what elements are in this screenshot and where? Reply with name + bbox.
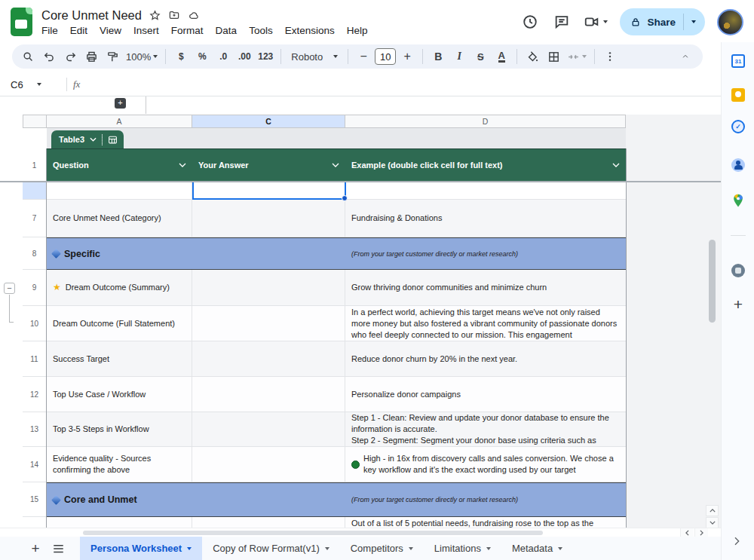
vertical-scrollbar[interactable]: [709, 240, 716, 323]
paint-format-icon[interactable]: [103, 47, 122, 66]
header-cell-example[interactable]: Example (double click cell for full text…: [345, 149, 626, 181]
fill-color-icon[interactable]: [523, 47, 542, 66]
tab-menu-icon[interactable]: [325, 547, 329, 550]
menu-tools[interactable]: Tools: [249, 25, 273, 36]
row-header-15[interactable]: 15: [23, 482, 47, 517]
star-icon[interactable]: [149, 10, 161, 21]
row-header-16[interactable]: [23, 517, 47, 528]
formula-input[interactable]: [80, 73, 721, 96]
menu-view[interactable]: View: [100, 25, 121, 36]
add-column-button[interactable]: +: [115, 98, 126, 109]
tasks-icon[interactable]: ✓: [731, 119, 746, 134]
comments-icon[interactable]: [552, 12, 572, 32]
row-header-1[interactable]: 1: [23, 148, 47, 182]
tab-metadata[interactable]: Metadata: [501, 537, 573, 560]
header-cell-your-answer[interactable]: Your Answer: [192, 149, 345, 181]
menu-data[interactable]: Data: [216, 25, 238, 36]
get-addons-button[interactable]: +: [729, 295, 747, 314]
row-header-14[interactable]: 14: [23, 447, 47, 482]
redo-icon[interactable]: [60, 47, 80, 66]
addon-icon[interactable]: [731, 263, 746, 278]
table-chip[interactable]: Table3: [51, 130, 124, 148]
tab-competitors[interactable]: Competitors: [340, 537, 424, 560]
name-box-dropdown-icon[interactable]: [37, 83, 41, 86]
avatar[interactable]: [717, 9, 743, 35]
tab-copy-of-row-format[interactable]: Copy of Row Format(v1): [202, 537, 340, 560]
menu-insert[interactable]: Insert: [133, 25, 159, 36]
row-header-9[interactable]: 9: [23, 270, 47, 306]
menu-format[interactable]: Format: [171, 25, 204, 36]
sheets-logo[interactable]: [11, 8, 32, 36]
font-size-input[interactable]: 10: [375, 48, 396, 65]
tab-menu-icon[interactable]: [558, 547, 562, 550]
tab-persona-worksheet[interactable]: Persona Worksheet: [80, 537, 202, 560]
zoom-select[interactable]: 100%: [124, 47, 160, 66]
tab-menu-icon[interactable]: [486, 547, 491, 550]
row-header-7[interactable]: 7: [23, 200, 47, 237]
increase-decimals-button[interactable]: .00: [234, 47, 254, 66]
row-header-10[interactable]: 10: [23, 306, 47, 341]
table-row-8-banner[interactable]: Specific (From your target customer dire…: [47, 237, 626, 270]
format-percent-button[interactable]: %: [192, 47, 212, 66]
tab-menu-icon[interactable]: [409, 547, 413, 550]
menu-file[interactable]: File: [41, 25, 58, 36]
cloud-status-icon[interactable]: [188, 10, 201, 21]
strikethrough-button[interactable]: S: [470, 47, 490, 66]
tab-limitations[interactable]: Limitations: [424, 537, 501, 560]
column-header-d[interactable]: D: [345, 115, 626, 128]
add-sheet-button[interactable]: +: [24, 540, 47, 557]
contacts-icon[interactable]: [731, 158, 746, 173]
calendar-icon[interactable]: 31: [731, 54, 746, 69]
text-color-button[interactable]: A: [498, 50, 505, 63]
select-all-corner[interactable]: [23, 115, 47, 128]
join-call-button[interactable]: [584, 14, 608, 30]
scroll-down-button[interactable]: [706, 517, 719, 528]
scroll-up-button[interactable]: [706, 505, 719, 516]
all-sheets-icon[interactable]: [47, 544, 69, 553]
fill-handle[interactable]: [342, 195, 348, 201]
more-toolbar-icon[interactable]: [600, 47, 620, 66]
share-button[interactable]: Share: [620, 8, 705, 35]
name-box[interactable]: C6: [0, 79, 60, 90]
row-header-8[interactable]: 8: [23, 237, 47, 270]
move-folder-icon[interactable]: [168, 10, 180, 21]
document-title[interactable]: Core Unmet Need: [41, 8, 142, 23]
column-header-c[interactable]: C: [192, 115, 345, 128]
row-header-11[interactable]: 11: [23, 341, 47, 377]
maps-icon[interactable]: [731, 193, 746, 208]
table-row-15-banner[interactable]: Core and Unmet (From your target custome…: [47, 482, 626, 517]
chevron-down-icon[interactable]: [179, 163, 186, 167]
menu-edit[interactable]: Edit: [70, 25, 87, 36]
share-dropdown-icon[interactable]: [691, 20, 696, 23]
hide-side-panel-icon[interactable]: [731, 535, 743, 547]
table-header-row: Question Your Answer Example (double cli…: [47, 148, 626, 182]
version-history-icon[interactable]: [520, 12, 540, 32]
horizontal-scrollbar[interactable]: [83, 531, 543, 535]
keep-icon[interactable]: [731, 87, 746, 103]
row-group-collapse-button[interactable]: −: [4, 283, 15, 294]
menu-extensions[interactable]: Extensions: [285, 25, 335, 36]
increase-font-size-button[interactable]: +: [397, 47, 417, 66]
undo-icon[interactable]: [39, 47, 59, 66]
chevron-down-icon[interactable]: [612, 163, 620, 167]
frozen-row-divider[interactable]: [0, 181, 721, 182]
print-icon[interactable]: [81, 47, 101, 66]
menu-help[interactable]: Help: [347, 25, 368, 36]
borders-icon[interactable]: [544, 47, 563, 66]
tab-menu-icon[interactable]: [187, 547, 192, 550]
decrease-font-size-button[interactable]: −: [354, 47, 373, 66]
bold-button[interactable]: B: [428, 47, 448, 66]
font-select[interactable]: Roboto: [287, 47, 342, 66]
italic-button[interactable]: I: [449, 47, 469, 66]
more-formats-button[interactable]: 123: [256, 47, 275, 66]
format-currency-button[interactable]: $: [171, 47, 191, 66]
chevron-down-icon[interactable]: [332, 163, 339, 167]
row-header-12[interactable]: 12: [23, 377, 47, 412]
collapse-toolbar-icon[interactable]: [676, 47, 695, 66]
decrease-decimals-button[interactable]: .0: [213, 47, 233, 66]
search-icon[interactable]: [18, 47, 38, 66]
header-cell-question[interactable]: Question: [47, 149, 192, 181]
row-header-6[interactable]: [23, 182, 47, 200]
row-header-13[interactable]: 13: [23, 412, 47, 447]
column-header-a[interactable]: A: [47, 115, 192, 128]
